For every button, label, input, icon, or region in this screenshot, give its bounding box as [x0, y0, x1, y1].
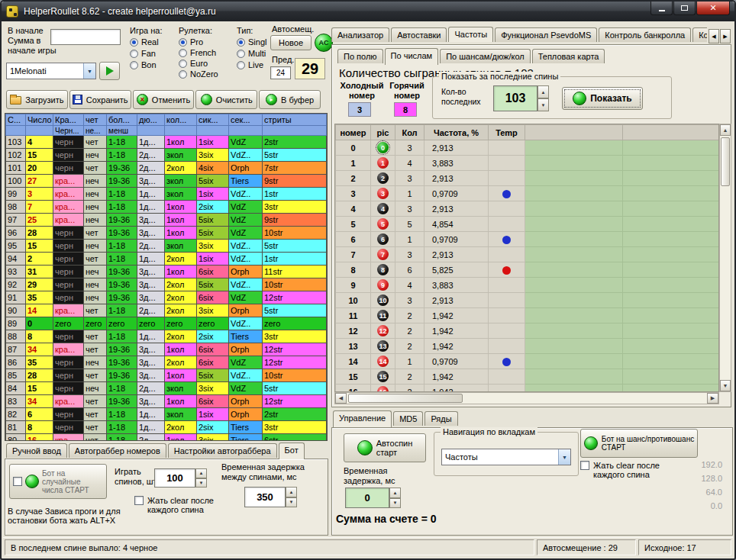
tab-0[interactable]: Управление: [333, 410, 392, 427]
freq-row[interactable]: 6610,9709: [336, 232, 720, 247]
spinner-up-button[interactable]: ▲: [537, 85, 549, 98]
clear-button[interactable]: Очистить: [195, 90, 257, 109]
radio-option[interactable]: Real: [130, 37, 159, 47]
history-row[interactable]: 987кра...неч1-181д...1кол2sixVdZ3str: [6, 201, 327, 214]
history-row[interactable]: 890zerozerozerozerozerozeroVdZ..zero: [6, 317, 327, 330]
history-row[interactable]: 8415черннеч1-182д...зкол3sixVdZ5str: [6, 382, 327, 395]
history-row[interactable]: 9014кра...чет1-182д...2кол3sixOrph5str: [6, 304, 327, 317]
scroll-down-icon[interactable]: ▼: [720, 380, 731, 391]
tab-0[interactable]: По полю: [337, 49, 383, 63]
radio-option[interactable]: French: [179, 48, 218, 57]
autospin-button[interactable]: Автоспин старт: [344, 433, 426, 462]
freq-col-header[interactable]: Temp: [489, 125, 525, 140]
hist-col-header[interactable]: сек...: [229, 114, 263, 126]
chance-bot-button[interactable]: Бот на шанс/противошанс СТАРТ: [580, 429, 698, 458]
radio-option[interactable]: Pro: [179, 37, 218, 47]
tab-2[interactable]: По шансам/дюж/кол: [440, 49, 531, 63]
tab-2[interactable]: Ряды: [424, 411, 457, 426]
freq-col-header[interactable]: номер: [336, 125, 371, 140]
freq-row[interactable]: 131321,942: [336, 339, 720, 354]
play-button[interactable]: [99, 62, 120, 80]
bot-delay-input[interactable]: 350: [244, 487, 286, 507]
hist-col-header[interactable]: кол...: [165, 114, 197, 126]
new-autoshift-button[interactable]: Новое: [270, 35, 312, 50]
history-row[interactable]: 10215черннеч1-182д...зкол3sixVdZ..5str: [6, 149, 327, 162]
freq-row[interactable]: 8865,825: [336, 262, 720, 278]
history-row[interactable]: 9725кра...неч19-363д...1кол5sixVdZ9str: [6, 214, 327, 227]
tab-1[interactable]: Автоставки: [391, 27, 447, 42]
spinner-up-button[interactable]: ▲: [286, 487, 297, 497]
history-row[interactable]: 8016кра...чет1-182д...1кол3sixTiers6str: [6, 434, 327, 442]
freq-row[interactable]: 141410,9709: [336, 354, 720, 369]
history-row[interactable]: 8528чернчет19-363д...1кол5sixVdZ..10str: [6, 369, 327, 382]
bot-clear-checkbox[interactable]: [134, 496, 144, 505]
radio-option[interactable]: NoZero: [179, 69, 218, 79]
spinner-down-button[interactable]: ▼: [195, 478, 207, 488]
history-row[interactable]: 826чернчет1-181д...зкол1sixOrph2str: [6, 408, 327, 421]
minimize-button[interactable]: [650, 2, 673, 15]
hist-col-header[interactable]: бол...: [107, 114, 137, 126]
freq-row[interactable]: 1143,883: [336, 156, 720, 171]
history-row[interactable]: 8334кра...чет19-363д...1кол6sixOrph12str: [6, 395, 327, 408]
spinner-down-button[interactable]: ▼: [537, 98, 549, 111]
control-delay-input[interactable]: 0: [345, 488, 389, 508]
tab-2[interactable]: Настройки автограббера: [168, 443, 277, 458]
start-sum-input[interactable]: [50, 29, 121, 45]
radio-option[interactable]: Singl: [237, 37, 266, 47]
scroll-left-icon[interactable]: ◀: [335, 393, 347, 404]
maximize-button[interactable]: [673, 2, 696, 15]
history-row[interactable]: 9515черннеч1-182д...зкол3sixVdZ..5str: [6, 240, 327, 253]
tab-0[interactable]: Анализатор: [331, 27, 389, 42]
ac-badge[interactable]: АС: [315, 34, 333, 52]
history-row[interactable]: 9229черннеч19-363д...2кол5sixVdZ..10str: [6, 278, 327, 291]
control-clear-checkbox[interactable]: [580, 461, 589, 470]
tab-3[interactable]: Функционал PsevdoMS: [495, 27, 597, 42]
history-row[interactable]: 1034чернчет1-181д...1кол1sixVdZ2str: [6, 136, 327, 149]
nav-combobox[interactable]: Частоты ▼: [441, 449, 571, 465]
tab-scroll-left-button[interactable]: ◀: [709, 29, 719, 43]
tab-scroll-right-button[interactable]: ▶: [720, 29, 731, 43]
chevron-down-icon[interactable]: ▼: [558, 449, 570, 465]
freq-row[interactable]: 161621,942: [336, 385, 720, 393]
spinner-down-button[interactable]: ▼: [389, 498, 401, 509]
history-row[interactable]: 993кра...неч1-181д...зкол1sixVdZ..1str: [6, 188, 327, 201]
random-bot-checkbox[interactable]: [13, 477, 22, 486]
tab-1[interactable]: По числам: [385, 48, 439, 65]
freq-row[interactable]: 121221,942: [336, 323, 720, 339]
scrollbar-thumb[interactable]: [721, 137, 730, 186]
tab-5[interactable]: Колесо: [692, 27, 707, 42]
load-button[interactable]: Загрузить: [6, 90, 68, 109]
preset-combobox[interactable]: 1Melonati ▼: [6, 63, 96, 79]
cancel-button[interactable]: ×Отменить: [133, 90, 195, 109]
radio-option[interactable]: Multi: [237, 49, 266, 58]
freq-row[interactable]: 111121,942: [336, 308, 720, 323]
hist-col-header[interactable]: сик...: [197, 114, 229, 126]
tab-1[interactable]: MD5: [393, 411, 423, 426]
hist-col-header[interactable]: чет: [84, 114, 107, 126]
spins-count-input[interactable]: 100: [154, 468, 195, 488]
freq-row[interactable]: 151521,942: [336, 369, 720, 385]
history-row[interactable]: 942чернчет1-181д...2кол1sixVdZ..1str: [6, 253, 327, 266]
scrollbar-thumb[interactable]: [348, 394, 463, 403]
freq-col-header[interactable]: pic: [371, 125, 395, 140]
history-table[interactable]: С...ЧислоКра...четбол...дю...кол...сик..…: [5, 113, 328, 441]
freq-vertical-scrollbar[interactable]: ▲ ▼: [719, 124, 731, 392]
frequency-table[interactable]: номерpicКолЧастота, %Temp 0032,9131143,8…: [334, 124, 719, 392]
hist-col-header[interactable]: Кра...: [53, 114, 84, 126]
history-row[interactable]: 888чернчет1-181д...2кол2sixTiers3str: [6, 330, 327, 343]
freq-row[interactable]: 4432,913: [336, 201, 720, 217]
history-row[interactable]: 10027кра...неч19-363д...зкол5sixTiers9st…: [6, 175, 327, 188]
spinner-up-button[interactable]: ▲: [195, 468, 207, 478]
radio-option[interactable]: Live: [237, 60, 266, 69]
freq-col-header[interactable]: Кол: [395, 125, 424, 140]
tab-3[interactable]: Тепловая карта: [532, 49, 605, 63]
freq-row[interactable]: 2232,913: [336, 171, 720, 186]
history-row[interactable]: 818чернчет1-181д...2кол2sixTiers3str: [6, 421, 327, 434]
radio-option[interactable]: Bon: [130, 60, 159, 69]
tab-3[interactable]: Бот: [279, 443, 305, 459]
freq-row[interactable]: 9943,883: [336, 278, 720, 293]
spinner-up-button[interactable]: ▲: [389, 488, 401, 498]
freq-row[interactable]: 0032,913: [336, 140, 720, 156]
control-clear-checkbox-row[interactable]: Жать clear после каждого спина: [580, 461, 660, 479]
history-row[interactable]: 9135черннеч19-363д...2кол6sixVdZ12str: [6, 291, 327, 304]
